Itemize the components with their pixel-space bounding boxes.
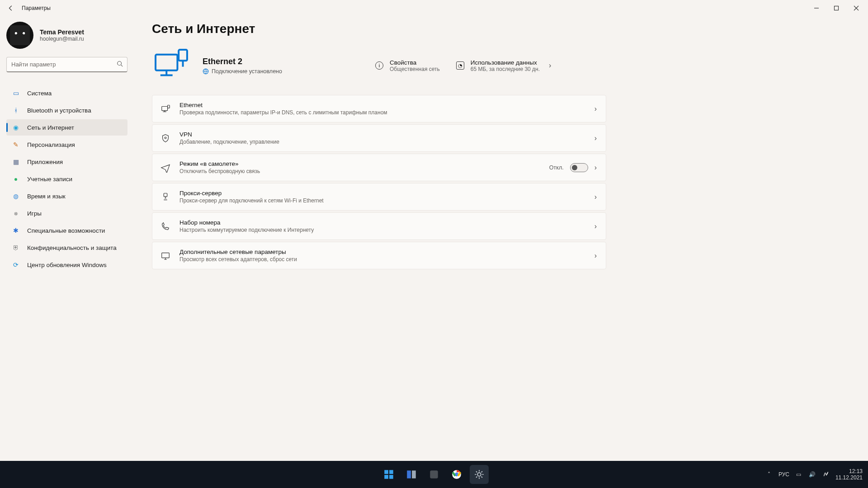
arrow-left-icon [8, 5, 14, 11]
network-tray-icon[interactable]: ▭ [795, 470, 803, 479]
person-icon: ● [12, 175, 20, 183]
tray-date: 11.12.2021 [835, 474, 863, 481]
taskbar-app-1[interactable] [425, 465, 443, 484]
sidebar-item-personalization[interactable]: ✎ Персонализация [6, 136, 127, 153]
airplane-toggle[interactable] [570, 163, 588, 172]
svg-rect-16 [430, 470, 438, 478]
row-proxy[interactable]: Прокси-сервер Прокси-сервер для подключе… [152, 183, 606, 211]
row-airplane[interactable]: Режим «в самолете» Отключить беспроводну… [152, 154, 606, 181]
svg-rect-12 [384, 475, 388, 479]
row-ethernet[interactable]: Ethernet Проверка подлинности, параметры… [152, 95, 606, 122]
sidebar-item-network[interactable]: ◉ Сеть и Интернет [6, 119, 127, 136]
gamepad-icon: ⎈ [12, 209, 20, 217]
globe-status-icon [203, 68, 209, 75]
sidebar-item-time-language[interactable]: ◍ Время и язык [6, 188, 127, 204]
row-title: Режим «в самолете» [179, 160, 540, 167]
sidebar-item-accounts[interactable]: ● Учетные записи [6, 171, 127, 187]
sidebar-item-accessibility[interactable]: ✱ Специальные возможности [6, 222, 127, 239]
row-dialup[interactable]: Набор номера Настроить коммутируемое под… [152, 212, 606, 240]
svg-rect-5 [162, 106, 168, 110]
tray-language[interactable]: РУС [778, 471, 789, 478]
row-title: Дополнительные сетевые параметры [179, 249, 585, 255]
account-block[interactable]: Tema Peresvet hoolegun@mail.ru [6, 20, 127, 57]
data-usage-link[interactable]: ◔ Использование данных 65 МБ, за последн… [456, 59, 552, 72]
row-vpn[interactable]: VPN Добавление, подключение, управление … [152, 124, 606, 152]
svg-rect-3 [179, 50, 187, 61]
row-title: Набор номера [179, 219, 585, 226]
svg-rect-0 [835, 6, 839, 10]
sidebar-item-label: Специальные возможности [27, 227, 105, 234]
ethernet-icon [160, 104, 170, 114]
sidebar-item-label: Конфиденциальность и защита [27, 244, 117, 251]
update-icon: ⟳ [12, 261, 20, 269]
apps-icon: ▦ [12, 158, 20, 166]
svg-rect-15 [412, 470, 416, 478]
properties-subtitle: Общественная сеть [390, 66, 440, 72]
proxy-icon [160, 192, 170, 202]
data-usage-subtitle: 65 МБ, за последние 30 дн. [471, 66, 540, 72]
nav: ▭ Система ᚼ Bluetooth и устройства ◉ Сет… [6, 85, 127, 273]
main-content: Сеть и Интернет Ethernet 2 Подключение у… [134, 16, 803, 461]
chevron-right-icon: › [549, 61, 551, 70]
sidebar-item-apps[interactable]: ▦ Приложения [6, 154, 127, 170]
connection-status-text: Подключение установлено [212, 68, 282, 75]
row-title: Ethernet [179, 102, 585, 108]
window-title: Параметры [22, 5, 51, 11]
svg-rect-2 [156, 55, 177, 70]
taskbar-settings[interactable] [470, 465, 489, 484]
titlebar: Параметры [0, 0, 868, 16]
sidebar-item-label: Bluetooth и устройства [27, 107, 91, 114]
row-subtitle: Настроить коммутируемое подключение к Ин… [179, 227, 585, 233]
battery-tray-icon[interactable]: 🗲 [822, 470, 830, 479]
properties-link[interactable]: i Свойства Общественная сеть [375, 59, 440, 72]
back-button[interactable] [2, 5, 20, 11]
tray-chevron-up-icon[interactable]: ˄ [765, 470, 773, 479]
minimize-button[interactable] [807, 0, 826, 16]
start-button[interactable] [379, 465, 398, 484]
app-icon [428, 469, 440, 480]
search-input[interactable] [6, 57, 127, 72]
accessibility-icon: ✱ [12, 226, 20, 235]
page-title: Сеть и Интернет [152, 22, 785, 36]
system-tray: ˄ РУС ▭ 🔊 🗲 12:13 11.12.2021 [765, 468, 868, 481]
sidebar-item-privacy[interactable]: ⛨ Конфиденциальность и защита [6, 239, 127, 256]
sidebar-item-gaming[interactable]: ⎈ Игры [6, 205, 127, 221]
row-subtitle: Проверка подлинности, параметры IP-и DNS… [179, 109, 585, 116]
row-subtitle: Просмотр всех сетевых адаптеров, сброс с… [179, 256, 585, 263]
maximize-button[interactable] [826, 0, 846, 16]
tray-clock[interactable]: 12:13 11.12.2021 [835, 468, 863, 481]
sidebar-item-label: Время и язык [27, 193, 66, 200]
paintbrush-icon: ✎ [12, 141, 20, 149]
row-title: Прокси-сервер [179, 190, 585, 197]
sidebar-item-label: Система [27, 90, 52, 97]
chevron-right-icon: › [594, 193, 597, 201]
task-view-icon [406, 469, 417, 480]
sidebar-item-label: Персонализация [27, 141, 75, 148]
taskbar: ˄ РУС ▭ 🔊 🗲 12:13 11.12.2021 [0, 461, 868, 488]
avatar [6, 22, 33, 49]
shield-icon: ⛨ [12, 244, 20, 252]
close-button[interactable] [846, 0, 866, 16]
row-subtitle: Прокси-сервер для подключений к сетям Wi… [179, 197, 585, 204]
sidebar-item-windows-update[interactable]: ⟳ Центр обновления Windows [6, 257, 127, 273]
row-advanced[interactable]: Дополнительные сетевые параметры Просмот… [152, 242, 606, 269]
volume-tray-icon[interactable]: 🔊 [808, 470, 816, 479]
search-wrap [6, 57, 127, 72]
sidebar-item-label: Сеть и Интернет [27, 124, 74, 131]
sidebar-item-system[interactable]: ▭ Система [6, 85, 127, 101]
bluetooth-icon: ᚼ [12, 106, 20, 114]
row-subtitle: Добавление, подключение, управление [179, 139, 585, 145]
account-name: Tema Peresvet [40, 28, 84, 36]
sidebar-item-label: Учетные записи [27, 176, 72, 183]
row-subtitle: Отключить беспроводную связь [179, 168, 540, 174]
phone-icon [160, 221, 170, 231]
system-icon: ▭ [12, 89, 20, 97]
svg-rect-14 [407, 470, 411, 478]
svg-point-19 [477, 473, 481, 476]
sidebar-item-label: Приложения [27, 159, 63, 165]
task-view-button[interactable] [402, 465, 421, 484]
taskbar-chrome[interactable] [447, 465, 466, 484]
sidebar-item-bluetooth[interactable]: ᚼ Bluetooth и устройства [6, 102, 127, 118]
chrome-icon [451, 469, 462, 480]
maximize-icon [834, 5, 839, 11]
